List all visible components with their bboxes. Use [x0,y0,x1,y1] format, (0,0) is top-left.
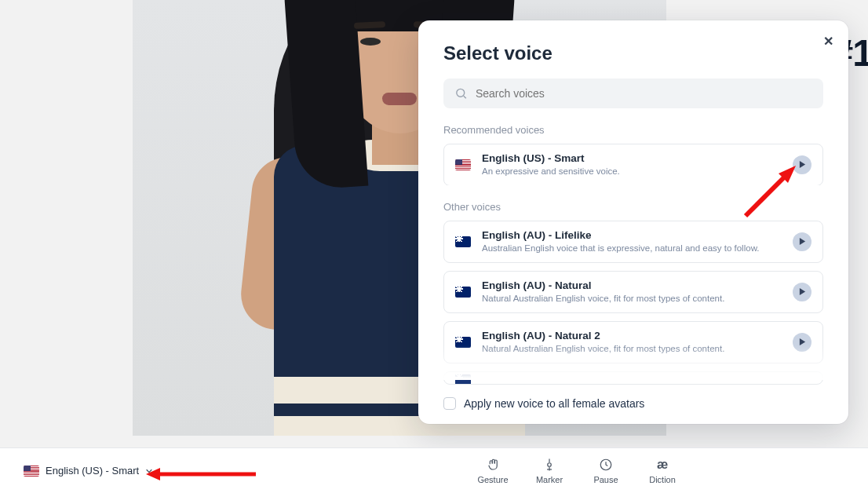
flag-au-icon [455,236,471,247]
flag-au-icon [455,287,471,298]
hand-icon [486,458,500,472]
diction-tool[interactable]: æ Diction [645,458,680,484]
diction-icon: æ [657,458,668,472]
tool-group: Gesture Marker Pause æ Diction [476,458,852,484]
play-button[interactable] [793,333,811,352]
voice-item[interactable]: English (AU) - Natural 2 Natural Austral… [443,321,823,363]
play-button[interactable] [793,155,811,174]
svg-line-1 [464,96,466,98]
section-recommended-label: Recommended voices [443,124,823,136]
search-input-wrap[interactable] [443,79,823,108]
play-button[interactable] [793,283,811,301]
tool-label: Pause [593,475,618,484]
flag-au-icon [455,337,471,348]
flag-au-icon [455,374,471,385]
clock-icon [599,458,613,472]
tool-label: Gesture [477,475,508,484]
marker-tool[interactable]: Marker [532,458,567,484]
other-voice-list: English (AU) - Lifelike Australian Engli… [443,221,823,385]
apply-all-label: Apply new voice to all female avatars [464,397,644,410]
voice-desc: Natural Australian English voice, fit fo… [482,293,782,305]
svg-point-0 [457,89,465,97]
flag-us-icon [455,159,471,170]
section-other-label: Other voices [443,201,823,213]
svg-point-2 [548,462,552,466]
current-voice-label: English (US) - Smart [46,465,139,477]
select-voice-modal: ✕ Select voice Recommended voices Englis… [418,20,848,424]
voice-name: English (AU) - Natural [482,279,782,291]
close-button[interactable]: ✕ [819,31,837,50]
gesture-tool[interactable]: Gesture [476,458,510,484]
voice-desc: Australian English voice that is express… [482,243,782,254]
search-input[interactable] [476,87,812,100]
voice-selector[interactable]: English (US) - Smart [16,460,161,481]
apply-all-checkbox[interactable] [443,397,456,410]
voice-name: English (AU) - Lifelike [482,229,782,241]
voice-name: English (US) - Smart [482,152,782,164]
search-icon [454,86,468,100]
voice-item-partial[interactable] [443,371,823,385]
flag-us-icon [24,466,39,477]
modal-title: Select voice [443,42,823,64]
marker-icon [542,458,556,472]
voice-item[interactable]: English (AU) - Lifelike Australian Engli… [443,221,823,263]
recommended-voice-list: English (US) - Smart An expressive and s… [443,144,823,185]
voice-name: English (AU) - Natural 2 [482,330,782,341]
tool-label: Diction [649,475,676,484]
voice-desc: An expressive and sensitive voice. [482,166,782,177]
voice-desc: Natural Australian English voice, fit fo… [482,343,782,355]
bottom-toolbar: English (US) - Smart Gesture Marker Paus… [0,447,868,493]
voice-item[interactable]: English (US) - Smart An expressive and s… [443,144,823,185]
play-button[interactable] [793,232,811,251]
pause-tool[interactable]: Pause [589,458,623,484]
voice-item[interactable]: English (AU) - Natural Natural Australia… [443,271,823,313]
chevron-down-icon [145,467,153,475]
tool-label: Marker [536,475,563,484]
